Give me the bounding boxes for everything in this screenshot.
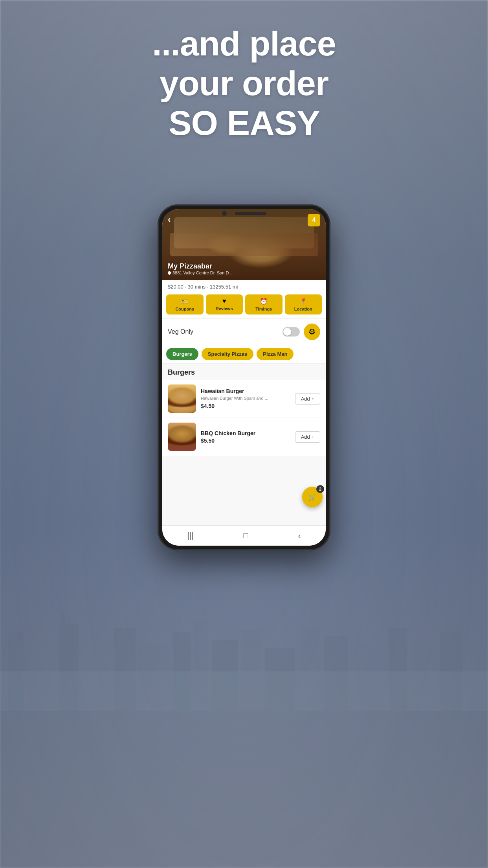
- veg-only-label: Veg Only: [168, 328, 193, 335]
- svg-rect-4: [61, 612, 65, 624]
- phone-body: ‹ 4 My Pizzaabar 3881 Valley Centre Dr, …: [158, 204, 330, 550]
- toggle-thumb: [283, 328, 291, 336]
- headline-line2: your order: [0, 63, 488, 103]
- location-btn-icon: 📍: [299, 298, 307, 305]
- restaurant-name: My Pizzaabar: [168, 262, 320, 270]
- cart-fab-button[interactable]: 🛒 2: [302, 487, 323, 507]
- bbq-burger-name: BBQ Chicken Burger: [201, 430, 290, 436]
- burger-visual-1: [168, 384, 196, 413]
- reviews-label: Reviews: [216, 306, 233, 311]
- veg-toggle[interactable]: [283, 327, 300, 337]
- coupons-label: Coupons: [175, 307, 194, 311]
- nav-back-icon[interactable]: ‹: [298, 531, 301, 540]
- phone-notch: [222, 211, 266, 216]
- hawaiian-burger-info: Hawaiian Burger Hawaiian Burger With Spa…: [201, 388, 290, 409]
- tab-pizza-man[interactable]: Pizza Man: [257, 348, 294, 360]
- svg-rect-20: [0, 671, 488, 711]
- coupons-button[interactable]: 🎫 Coupons: [166, 294, 204, 314]
- reviews-icon: ♥: [222, 298, 226, 305]
- phone-camera: [222, 211, 227, 216]
- bbq-burger-info: BBQ Chicken Burger $5.50: [201, 430, 290, 444]
- header-overlay: ‹ 4 My Pizzaabar 3881 Valley Centre Dr, …: [162, 209, 326, 280]
- headline-line3: SO EASY: [0, 103, 488, 143]
- phone-device: ‹ 4 My Pizzaabar 3881 Valley Centre Dr, …: [158, 204, 330, 550]
- headline-line1: ...and place: [0, 24, 488, 63]
- hawaiian-burger-image: [168, 384, 196, 413]
- bbq-burger-image: [168, 423, 196, 451]
- coupons-icon: 🎫: [181, 298, 189, 305]
- tab-burgers[interactable]: Burgers: [166, 348, 198, 360]
- nav-menu-icon[interactable]: |||: [187, 531, 194, 540]
- cart-fab-icon: 🛒: [308, 493, 316, 501]
- restaurant-header: ‹ 4 My Pizzaabar 3881 Valley Centre Dr, …: [162, 209, 326, 280]
- veg-filter-row: Veg Only ⚙: [162, 318, 326, 345]
- action-buttons-row: 🎫 Coupons ♥ Reviews ⏰ Timings 📍 Location: [162, 292, 326, 318]
- nav-home-icon[interactable]: □: [243, 531, 248, 540]
- tab-specialty-pizzas[interactable]: Specialty Pizzas: [202, 348, 253, 360]
- cart-fab-count: 2: [316, 485, 324, 493]
- back-button[interactable]: ‹: [168, 215, 171, 225]
- info-bar: $20.00 · 30 mins · 13255.51 mi: [162, 280, 326, 292]
- headline-text: ...and place your order SO EASY: [0, 24, 488, 143]
- hawaiian-burger-price: $4.50: [201, 403, 290, 409]
- reviews-button[interactable]: ♥ Reviews: [206, 294, 243, 314]
- app-screen: ‹ 4 My Pizzaabar 3881 Valley Centre Dr, …: [162, 209, 326, 546]
- filter-button[interactable]: ⚙: [304, 324, 320, 340]
- restaurant-details: $20.00 · 30 mins · 13255.51 mi: [168, 284, 238, 290]
- section-title: Burgers: [162, 364, 326, 380]
- bbq-burger-price: $5.50: [201, 438, 290, 444]
- restaurant-address: 3881 Valley Centre Dr, San D ...: [168, 270, 320, 275]
- burger-visual-2: [168, 423, 196, 451]
- menu-item-bbq: BBQ Chicken Burger $5.50 Add +: [162, 418, 326, 456]
- bottom-navigation: ||| □ ‹: [162, 525, 326, 546]
- phone-speaker: [235, 212, 266, 215]
- menu-content: Burgers Hawaiian Burger Hawaiian Burger …: [162, 364, 326, 525]
- location-label: Location: [294, 307, 312, 311]
- add-bbq-button[interactable]: Add +: [295, 431, 320, 443]
- hawaiian-burger-desc: Hawaiian Burger With Spam and ...: [201, 395, 290, 401]
- timings-button[interactable]: ⏰ Timings: [245, 294, 283, 314]
- headline: ...and place your order SO EASY: [0, 24, 488, 143]
- city-silhouette: [0, 593, 488, 711]
- timings-label: Timings: [255, 307, 272, 311]
- location-icon: [167, 270, 171, 275]
- timings-icon: ⏰: [260, 298, 268, 305]
- filter-icon: ⚙: [308, 327, 316, 337]
- location-button[interactable]: 📍 Location: [285, 294, 322, 314]
- category-tabs: Burgers Specialty Pizzas Pizza Man: [162, 345, 326, 364]
- menu-item-hawaiian: Hawaiian Burger Hawaiian Burger With Spa…: [162, 380, 326, 417]
- add-hawaiian-button[interactable]: Add +: [295, 393, 320, 405]
- veg-controls: ⚙: [283, 324, 320, 340]
- cart-badge[interactable]: 4: [308, 214, 320, 226]
- hawaiian-burger-name: Hawaiian Burger: [201, 388, 290, 394]
